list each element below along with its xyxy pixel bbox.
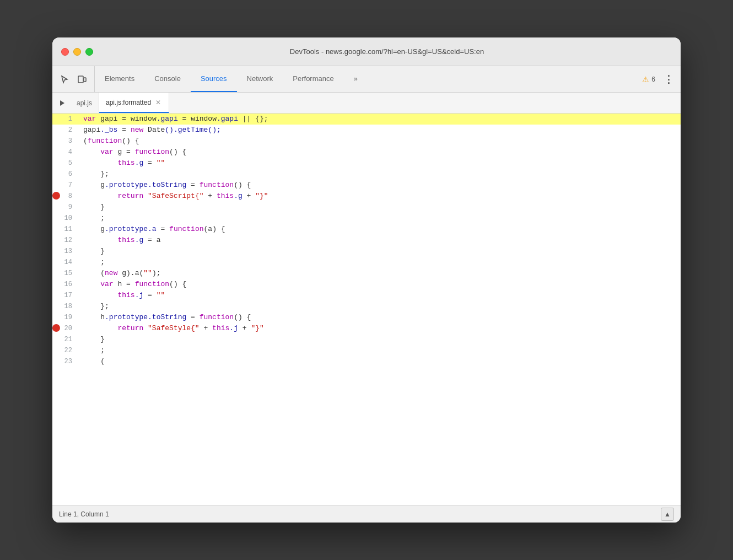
more-menu-btn[interactable]: ⋮	[661, 72, 676, 87]
code-content-9: }	[79, 202, 681, 213]
play-icon	[59, 100, 66, 106]
code-content-5: this.g = ""	[79, 158, 681, 169]
code-content-18: };	[79, 301, 681, 312]
code-content-14: ;	[79, 257, 681, 268]
tab-network[interactable]: Network	[237, 66, 283, 92]
code-line-14: 14 ;	[52, 257, 681, 268]
file-tab-api-js[interactable]: api.js	[70, 93, 99, 113]
code-content-10: ;	[79, 213, 681, 224]
code-line-22: 22 ;	[52, 345, 681, 356]
tab-sources[interactable]: Sources	[191, 66, 237, 92]
code-line-16: 16 var h = function() {	[52, 279, 681, 290]
line-number-9: 9	[52, 202, 79, 213]
cursor-position: Line 1, Column 1	[59, 510, 109, 518]
devtools-toolbar: Elements Console Sources Network Perform…	[52, 66, 681, 93]
devtools-window: DevTools - news.google.com/?hl=en-US&gl=…	[52, 37, 681, 523]
line-number-3: 3	[52, 136, 79, 147]
line-number-21: 21	[52, 334, 79, 345]
title-bar: DevTools - news.google.com/?hl=en-US&gl=…	[52, 37, 681, 66]
line-number-11: 11	[52, 224, 79, 235]
tab-console[interactable]: Console	[144, 66, 191, 92]
toolbar-right: ⚠ 6 ⋮	[634, 66, 681, 92]
warning-badge[interactable]: ⚠ 6	[639, 74, 659, 85]
line-number-12: 12	[52, 235, 79, 246]
code-content-6: };	[79, 169, 681, 180]
cursor-icon-btn[interactable]	[57, 72, 72, 87]
toolbar-icons	[52, 66, 95, 92]
code-content-1: var gapi = window.gapi = window.gapi || …	[79, 114, 681, 125]
breakpoint-8	[52, 192, 60, 200]
code-line-1: 1 var gapi = window.gapi = window.gapi |…	[52, 114, 681, 125]
line-number-15: 15	[52, 268, 79, 279]
line-number-4: 4	[52, 147, 79, 158]
warning-count: 6	[651, 76, 655, 83]
line-number-8: 8	[52, 191, 79, 202]
pretty-print-btn[interactable]: ▲	[661, 508, 674, 521]
more-icon: ⋮	[664, 73, 673, 85]
code-content-22: ;	[79, 345, 681, 356]
line-number-13: 13	[52, 246, 79, 257]
code-line-9: 9 }	[52, 202, 681, 213]
code-line-3: 3 (function() {	[52, 136, 681, 147]
tab-elements[interactable]: Elements	[95, 66, 144, 92]
line-number-19: 19	[52, 312, 79, 323]
cursor-icon	[60, 75, 69, 84]
code-content-20: return "SafeStyle{" + this.j + "}"	[79, 323, 681, 334]
file-tabs-bar: api.js api.js:formatted ✕	[52, 93, 681, 114]
code-content-17: this.j = ""	[79, 290, 681, 301]
warning-icon: ⚠	[642, 75, 649, 84]
toolbar-tabs: Elements Console Sources Network Perform…	[95, 66, 634, 92]
window-title: DevTools - news.google.com/?hl=en-US&gl=…	[102, 47, 672, 56]
code-content-16: var h = function() {	[79, 279, 681, 290]
maximize-button[interactable]	[85, 48, 93, 56]
tab-performance[interactable]: Performance	[283, 66, 343, 92]
line-number-6: 6	[52, 169, 79, 180]
code-content-12: this.g = a	[79, 235, 681, 246]
code-line-12: 12 this.g = a	[52, 235, 681, 246]
code-editor[interactable]: 1 var gapi = window.gapi = window.gapi |…	[52, 114, 681, 505]
minimize-button[interactable]	[73, 48, 81, 56]
device-icon	[78, 75, 87, 84]
code-line-23: 23 (	[52, 356, 681, 367]
code-line-18: 18 };	[52, 301, 681, 312]
device-icon-btn[interactable]	[74, 72, 90, 87]
line-number-16: 16	[52, 279, 79, 290]
svg-rect-1	[84, 78, 86, 82]
code-content-23: (	[79, 356, 681, 367]
code-content-15: (new g).a("");	[79, 268, 681, 279]
line-number-23: 23	[52, 356, 79, 367]
code-line-5: 5 this.g = ""	[52, 158, 681, 169]
code-line-17: 17 this.j = ""	[52, 290, 681, 301]
code-line-7: 7 g.prototype.toString = function() {	[52, 180, 681, 191]
status-bar: Line 1, Column 1 ▲	[52, 505, 681, 523]
tab-more[interactable]: »	[344, 66, 368, 92]
line-number-2: 2	[52, 125, 79, 136]
line-number-22: 22	[52, 345, 79, 356]
toggle-navigator-button[interactable]	[55, 93, 70, 113]
line-number-7: 7	[52, 180, 79, 191]
file-tab-close-btn[interactable]: ✕	[154, 98, 162, 107]
close-button[interactable]	[61, 48, 69, 56]
code-content-2: gapi._bs = new Date().getTime();	[79, 125, 681, 136]
breakpoint-20	[52, 324, 60, 332]
code-line-15: 15 (new g).a("");	[52, 268, 681, 279]
code-line-21: 21 }	[52, 334, 681, 345]
code-content-8: return "SafeScript{" + this.g + "}"	[79, 191, 681, 202]
file-tab-api-js-formatted[interactable]: api.js:formatted ✕	[99, 93, 169, 113]
code-content-3: (function() {	[79, 136, 681, 147]
code-content-11: g.prototype.a = function(a) {	[79, 224, 681, 235]
line-number-1: 1	[52, 114, 79, 125]
code-line-8: 8 return "SafeScript{" + this.g + "}"	[52, 191, 681, 202]
code-line-11: 11 g.prototype.a = function(a) {	[52, 224, 681, 235]
line-number-14: 14	[52, 257, 79, 268]
code-line-2: 2 gapi._bs = new Date().getTime();	[52, 125, 681, 136]
traffic-lights	[61, 48, 93, 56]
code-content-4: var g = function() {	[79, 147, 681, 158]
code-line-19: 19 h.prototype.toString = function() {	[52, 312, 681, 323]
code-line-4: 4 var g = function() {	[52, 147, 681, 158]
code-line-20: 20 return "SafeStyle{" + this.j + "}"	[52, 323, 681, 334]
code-line-10: 10 ;	[52, 213, 681, 224]
line-number-17: 17	[52, 290, 79, 301]
code-line-13: 13 }	[52, 246, 681, 257]
code-content-19: h.prototype.toString = function() {	[79, 312, 681, 323]
